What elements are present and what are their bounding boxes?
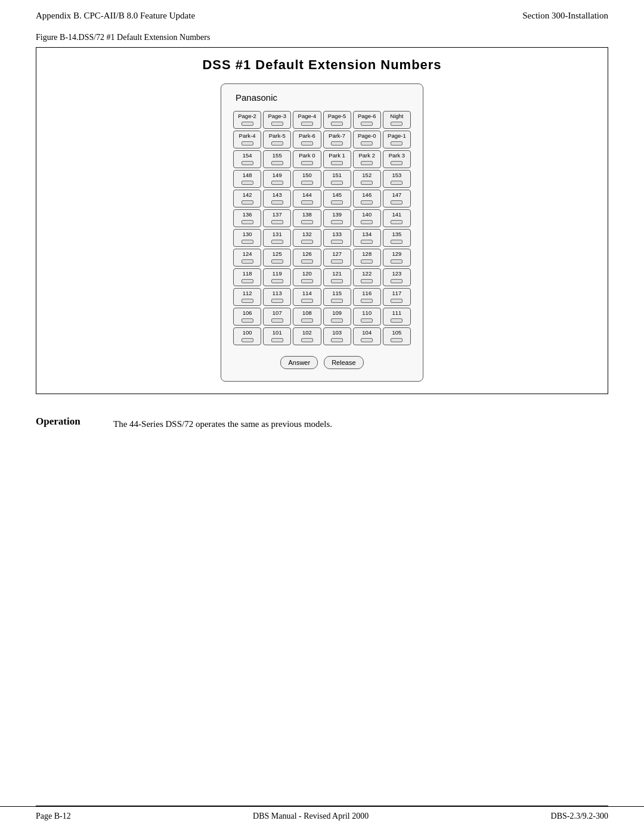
- dss-button[interactable]: Park 2: [353, 150, 381, 168]
- dss-button[interactable]: 145: [323, 190, 351, 208]
- dss-button[interactable]: 103: [323, 327, 351, 345]
- dss-button[interactable]: 150: [293, 170, 321, 188]
- operation-text: The 44-Series DSS/72 operates the same a…: [113, 416, 332, 431]
- dss-button[interactable]: 115: [323, 288, 351, 306]
- dss-button[interactable]: 137: [263, 209, 291, 227]
- dss-button[interactable]: Page-1: [383, 131, 411, 148]
- dss-button[interactable]: 146: [353, 190, 381, 208]
- device-brand: Panasonic: [236, 92, 411, 103]
- figure-box: DSS #1 Default Extension Numbers Panason…: [36, 47, 608, 394]
- dss-button[interactable]: 100: [233, 327, 261, 345]
- bottom-button[interactable]: Release: [324, 356, 363, 369]
- dss-button[interactable]: 140: [353, 209, 381, 227]
- dss-button[interactable]: 101: [263, 327, 291, 345]
- dss-button[interactable]: 102: [293, 327, 321, 345]
- dss-button[interactable]: 127: [323, 249, 351, 267]
- dss-button[interactable]: 110: [353, 308, 381, 326]
- dss-button[interactable]: Night: [383, 111, 411, 129]
- dss-button[interactable]: 122: [353, 268, 381, 286]
- operation-section: Operation The 44-Series DSS/72 operates …: [36, 416, 608, 431]
- dss-button[interactable]: 128: [353, 249, 381, 267]
- header-right: Section 300-Installation: [522, 11, 608, 21]
- dss-button[interactable]: 111: [383, 308, 411, 326]
- bottom-buttons: AnswerRelease: [233, 356, 411, 369]
- dss-button[interactable]: 132: [293, 229, 321, 247]
- dss-button[interactable]: Park 1: [323, 150, 351, 168]
- dss-button[interactable]: 147: [383, 190, 411, 208]
- dss-title: DSS #1 Default Extension Numbers: [48, 57, 596, 73]
- dss-button[interactable]: 104: [353, 327, 381, 345]
- dss-button[interactable]: Page-5: [323, 111, 351, 129]
- dss-button[interactable]: 114: [293, 288, 321, 306]
- dss-button[interactable]: 124: [233, 249, 261, 267]
- dss-button[interactable]: 144: [293, 190, 321, 208]
- dss-button[interactable]: 136: [233, 209, 261, 227]
- dss-button[interactable]: Page-0: [353, 131, 381, 148]
- dss-button[interactable]: 109: [323, 308, 351, 326]
- dss-button[interactable]: 112: [233, 288, 261, 306]
- dss-button[interactable]: Park-7: [323, 131, 351, 148]
- footer-right: DBS-2.3/9.2-300: [551, 812, 608, 821]
- dss-button[interactable]: Park-6: [293, 131, 321, 148]
- dss-button[interactable]: 117: [383, 288, 411, 306]
- dss-button[interactable]: 148: [233, 170, 261, 188]
- dss-button[interactable]: Page-3: [263, 111, 291, 129]
- header-left: Appendix B. CPC-AII/B 8.0 Feature Update: [36, 11, 195, 21]
- device-container: Panasonic Page-2Page-3Page-4Page-5Page-6…: [221, 83, 423, 382]
- footer-center: DBS Manual - Revised April 2000: [253, 812, 369, 821]
- footer-left: Page B-12: [36, 812, 71, 821]
- dss-button[interactable]: 118: [233, 268, 261, 286]
- dss-button[interactable]: Page-2: [233, 111, 261, 129]
- dss-button[interactable]: 125: [263, 249, 291, 267]
- dss-button[interactable]: 131: [263, 229, 291, 247]
- dss-button[interactable]: 151: [323, 170, 351, 188]
- figure-label: Figure B-14.DSS/72 #1 Default Extension …: [36, 33, 608, 42]
- dss-button[interactable]: 105: [383, 327, 411, 345]
- dss-button[interactable]: 133: [323, 229, 351, 247]
- dss-button[interactable]: Page-6: [353, 111, 381, 129]
- dss-button[interactable]: 143: [263, 190, 291, 208]
- dss-button[interactable]: Park 3: [383, 150, 411, 168]
- dss-button[interactable]: 129: [383, 249, 411, 267]
- button-grid: Page-2Page-3Page-4Page-5Page-6NightPark-…: [233, 111, 411, 345]
- page-header: Appendix B. CPC-AII/B 8.0 Feature Update…: [0, 0, 644, 27]
- dss-button[interactable]: 141: [383, 209, 411, 227]
- dss-button[interactable]: Park-4: [233, 131, 261, 148]
- dss-button[interactable]: 119: [263, 268, 291, 286]
- dss-button[interactable]: Park-5: [263, 131, 291, 148]
- dss-button[interactable]: 134: [353, 229, 381, 247]
- dss-button[interactable]: 135: [383, 229, 411, 247]
- operation-label: Operation: [36, 416, 101, 428]
- dss-button[interactable]: 142: [233, 190, 261, 208]
- dss-button[interactable]: 106: [233, 308, 261, 326]
- dss-button[interactable]: 107: [263, 308, 291, 326]
- dss-button[interactable]: 126: [293, 249, 321, 267]
- dss-button[interactable]: 149: [263, 170, 291, 188]
- dss-button[interactable]: 113: [263, 288, 291, 306]
- dss-button[interactable]: 138: [293, 209, 321, 227]
- dss-button[interactable]: 155: [263, 150, 291, 168]
- dss-button[interactable]: 152: [353, 170, 381, 188]
- dss-button[interactable]: 121: [323, 268, 351, 286]
- page-footer: Page B-12 DBS Manual - Revised April 200…: [0, 806, 644, 821]
- bottom-button[interactable]: Answer: [280, 356, 318, 369]
- dss-button[interactable]: 123: [383, 268, 411, 286]
- dss-button[interactable]: 153: [383, 170, 411, 188]
- dss-button[interactable]: 108: [293, 308, 321, 326]
- dss-button[interactable]: 139: [323, 209, 351, 227]
- dss-button[interactable]: 120: [293, 268, 321, 286]
- dss-button[interactable]: 130: [233, 229, 261, 247]
- dss-button[interactable]: Park 0: [293, 150, 321, 168]
- dss-button[interactable]: Page-4: [293, 111, 321, 129]
- dss-button[interactable]: 154: [233, 150, 261, 168]
- dss-button[interactable]: 116: [353, 288, 381, 306]
